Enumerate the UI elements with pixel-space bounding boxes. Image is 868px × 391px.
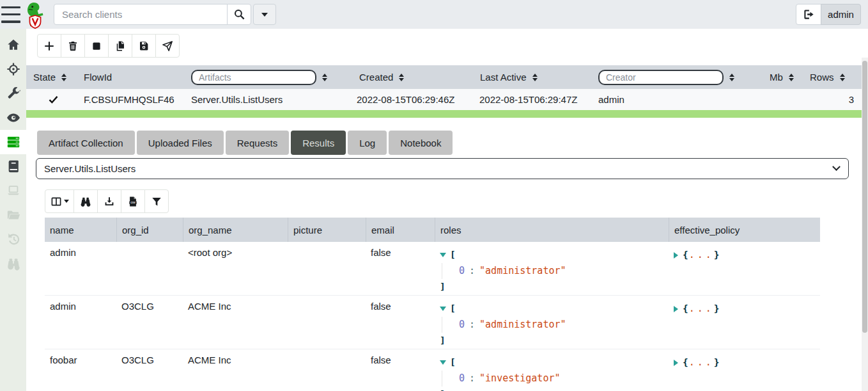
triangle-right-icon[interactable] xyxy=(674,360,678,366)
cell-name: foobar xyxy=(50,355,77,365)
flow-toolbar xyxy=(37,34,180,58)
sort-rows[interactable] xyxy=(840,74,845,81)
json-index: 0 xyxy=(459,265,465,276)
caret-down-icon xyxy=(261,13,268,17)
sidebar-item-home[interactable] xyxy=(0,33,26,57)
delete-button[interactable] xyxy=(61,34,85,58)
eye-icon xyxy=(6,111,20,125)
sidebar-item-wrench[interactable] xyxy=(0,81,26,106)
export-csv-button[interactable]: CSV xyxy=(121,189,145,213)
sort-artifacts[interactable] xyxy=(322,74,327,81)
search-clients-input[interactable] xyxy=(54,4,228,25)
binoculars-icon xyxy=(80,196,91,207)
json-close-brace: } xyxy=(714,355,720,371)
flow-id-value: F.CBSUFMHQSLF46 xyxy=(84,94,174,105)
cell-email: false xyxy=(371,355,391,365)
export-button[interactable] xyxy=(155,34,180,58)
json-close-bracket: ] xyxy=(440,387,446,391)
filter-funnel-icon xyxy=(151,196,162,207)
caret-down-icon xyxy=(64,200,69,203)
sidebar-item-server-stack[interactable] xyxy=(0,130,26,154)
csv-file-icon: CSV xyxy=(127,196,139,207)
flow-row[interactable]: F.CBSUFMHQSLF46 Server.Utils.ListUsers 2… xyxy=(26,89,862,110)
flow-creator-value: admin xyxy=(598,94,624,105)
col-flowid-label: FlowId xyxy=(84,72,112,83)
cell-policy-json: {...} xyxy=(669,349,820,371)
triangle-down-icon[interactable] xyxy=(440,307,446,311)
tab-artifact-collection[interactable]: Artifact Collection xyxy=(37,131,135,155)
magnifier-icon xyxy=(233,8,245,20)
tab-log[interactable]: Log xyxy=(348,131,387,155)
col-name-label: name xyxy=(50,225,74,235)
folder-open-icon xyxy=(6,208,20,222)
laptop-icon xyxy=(6,184,20,198)
server-stack-icon xyxy=(6,135,20,149)
filter-button[interactable] xyxy=(144,189,169,213)
col-state-label: State xyxy=(33,72,56,83)
plus-icon xyxy=(43,40,55,52)
tab-results[interactable]: Results xyxy=(291,131,346,155)
sidebar-item-binoculars xyxy=(0,251,26,276)
sort-created[interactable] xyxy=(399,74,404,81)
tab-uploaded-files[interactable]: Uploaded Files xyxy=(137,131,224,155)
json-close-bracket: ] xyxy=(440,333,446,349)
result-row[interactable]: admin <root org> false [ 0:"administrato… xyxy=(45,242,820,295)
sort-mb[interactable] xyxy=(789,74,794,81)
save-button[interactable] xyxy=(132,34,156,58)
json-collapsed-dots: ... xyxy=(689,301,714,317)
sort-creator[interactable] xyxy=(729,74,734,81)
search-button[interactable] xyxy=(227,4,251,25)
json-open-brace: { xyxy=(683,301,688,317)
stop-button[interactable] xyxy=(84,34,109,58)
triangle-down-icon[interactable] xyxy=(440,360,446,365)
copy-button[interactable] xyxy=(108,34,132,58)
vertical-scrollbar xyxy=(862,58,868,391)
client-search-group xyxy=(54,4,276,25)
search-options-dropdown-button[interactable] xyxy=(253,4,276,25)
cell-email: false xyxy=(371,301,391,312)
artifact-select-value: Server.Utils.ListUsers xyxy=(44,163,136,174)
sidebar-item-book[interactable] xyxy=(0,154,26,179)
history-clock-icon xyxy=(6,232,20,246)
col-picture-label: picture xyxy=(293,225,322,235)
result-row[interactable]: foobar O3CLG ACME Inc false [ 0:"investi… xyxy=(45,349,820,391)
json-index: 0 xyxy=(459,372,465,384)
sidebar-item-folder xyxy=(0,203,26,227)
sidebar-item-eye[interactable] xyxy=(0,106,26,130)
results-table: name org_id org_name picture email roles… xyxy=(45,218,820,391)
tab-requests[interactable]: Requests xyxy=(226,131,289,155)
user-button[interactable]: admin xyxy=(821,4,861,25)
artifact-select[interactable]: Server.Utils.ListUsers xyxy=(36,158,849,179)
download-button[interactable] xyxy=(97,189,121,213)
cell-policy-json: {...} xyxy=(669,242,820,263)
artifacts-filter-input[interactable] xyxy=(191,70,316,85)
sidebar-item-crosshair[interactable] xyxy=(0,57,26,81)
sort-lastactive[interactable] xyxy=(532,74,538,81)
result-row[interactable]: admin O3CLG ACME Inc false [ 0:"administ… xyxy=(45,295,820,349)
cell-name: admin xyxy=(50,247,76,258)
find-button[interactable] xyxy=(74,189,98,213)
new-collection-button[interactable] xyxy=(37,34,61,58)
json-open-bracket: [ xyxy=(450,355,456,371)
cell-org-id: O3CLG xyxy=(121,301,154,312)
sort-state[interactable] xyxy=(61,74,66,81)
download-tray-icon xyxy=(104,196,115,207)
triangle-right-icon[interactable] xyxy=(674,252,678,259)
cell-roles-json: [ 0:"administrator" ] xyxy=(435,242,669,295)
columns-dropdown-button[interactable] xyxy=(45,189,74,213)
flow-progress-bar xyxy=(26,110,862,118)
triangle-right-icon[interactable] xyxy=(674,306,678,312)
col-mb-label: Mb xyxy=(770,72,783,83)
logout-button[interactable] xyxy=(796,4,821,25)
triangle-down-icon[interactable] xyxy=(440,253,446,257)
scrollbar-thumb[interactable] xyxy=(862,61,867,333)
logout-icon xyxy=(803,8,815,20)
user-menu-group: admin xyxy=(796,4,861,25)
flow-rows-value: 3 xyxy=(849,94,854,105)
json-close-brace: } xyxy=(714,247,720,263)
creator-filter-input[interactable] xyxy=(598,70,724,85)
hamburger-menu-icon[interactable] xyxy=(1,6,20,23)
tab-notebook[interactable]: Notebook xyxy=(389,131,453,155)
check-icon xyxy=(48,94,59,105)
col-policy-label: effective_policy xyxy=(674,225,740,235)
